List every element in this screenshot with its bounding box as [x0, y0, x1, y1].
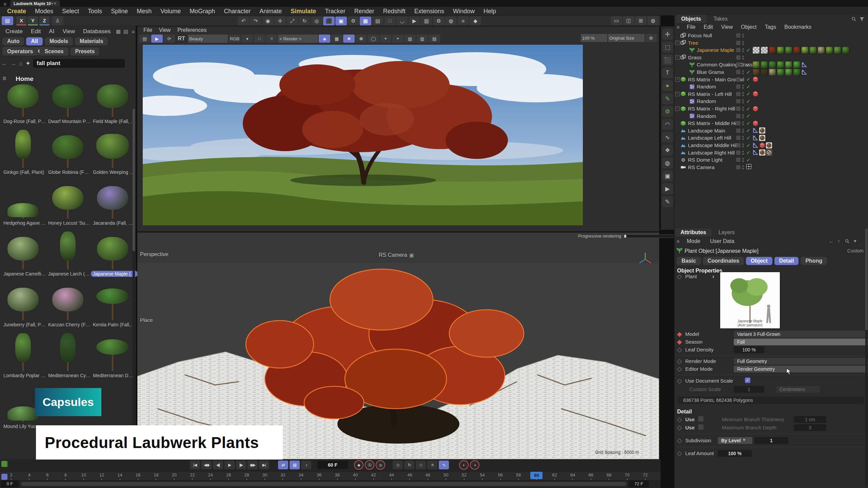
material-swatch[interactable] — [809, 46, 817, 54]
object-row[interactable]: –RS Matrix - Right Hill✓ — [674, 105, 868, 112]
rotate-icon[interactable]: ↻ — [299, 17, 310, 25]
stripes-icon[interactable]: ▨ — [404, 35, 416, 43]
history-up-icon[interactable]: ↑ — [836, 238, 842, 244]
object-row[interactable]: Focus Null — [674, 32, 868, 39]
enabled-check-icon[interactable]: ✓ — [746, 98, 751, 104]
material-swatch[interactable] — [769, 46, 776, 54]
layout-quad-icon[interactable]: ⊞ — [635, 16, 647, 25]
enabled-check-icon[interactable]: ✓ — [746, 106, 751, 112]
anim-dot[interactable] — [677, 348, 682, 352]
grid-icon[interactable]: ▤ — [372, 17, 383, 25]
render-view-icon[interactable]: ▶ — [662, 183, 673, 194]
expand-arrow-icon[interactable]: › — [712, 273, 714, 280]
plant-item[interactable]: Dog-Rose (Fall, Plant) — [1, 83, 45, 126]
plant-item[interactable]: Dwarf Mountain Pine (... — [46, 83, 90, 126]
compare-circle-icon[interactable]: ◯ — [368, 35, 379, 43]
rgb-channel-icon[interactable]: RGB — [229, 35, 241, 43]
anim-dot[interactable] — [677, 379, 682, 384]
axis-lock-x[interactable]: X — [16, 16, 26, 25]
keyframe-selection-button[interactable]: ◎ — [376, 460, 385, 470]
visibility-dots[interactable] — [742, 128, 744, 133]
enabled-check-icon[interactable]: ✓ — [746, 157, 751, 163]
tag-mat-icon[interactable] — [759, 127, 765, 134]
solo-right-button[interactable]: ◑ — [470, 460, 479, 470]
plant-item[interactable]: Kentia Palm (Fall, Plant) — [91, 286, 134, 329]
magnet-icon[interactable]: ◡ — [396, 17, 408, 25]
menu-animate[interactable]: Animate — [255, 7, 286, 16]
enabled-check-icon[interactable]: ✓ — [746, 113, 751, 119]
enabled-check-icon[interactable]: ✓ — [746, 142, 751, 148]
layer-chip[interactable] — [736, 77, 741, 82]
tag-phong-icon[interactable] — [752, 149, 758, 156]
play-button[interactable]: ▶ — [224, 461, 235, 469]
expand-toggle-icon[interactable]: – — [675, 77, 679, 82]
material-swatch[interactable] — [785, 46, 792, 54]
layer-chip[interactable] — [736, 106, 741, 111]
om-menu-view[interactable]: View — [717, 23, 737, 31]
viewport-camera-label[interactable]: RS Camera — [379, 252, 407, 258]
layer-chip[interactable] — [736, 128, 741, 133]
custom-scale-unit-dropdown[interactable]: Centimeters — [776, 386, 820, 393]
layer-chip[interactable] — [736, 165, 741, 169]
axis-gizmo[interactable] — [637, 251, 653, 267]
autokey-button[interactable]: Ⓐ — [365, 460, 374, 470]
axis-lock-y[interactable]: Y — [28, 16, 38, 25]
parameter-channel-toggle[interactable]: ≡ — [427, 461, 437, 469]
tangent-icon[interactable]: ◠ — [662, 119, 673, 130]
simulate-settings-icon[interactable]: ⚙ — [348, 17, 359, 25]
modeling-cube-icon[interactable]: ⬛ — [662, 55, 673, 65]
menu-create[interactable]: Create — [3, 7, 31, 16]
search-input[interactable]: fall plant — [33, 59, 125, 68]
anim-dot[interactable] — [677, 367, 682, 372]
lock-icon[interactable]: ▾ — [852, 238, 858, 244]
object-row[interactable]: –Grass — [674, 54, 868, 61]
layer-chip[interactable] — [736, 33, 741, 38]
simulate-icon[interactable]: ▣ — [335, 17, 347, 25]
spline-pen-icon[interactable]: ✎ — [662, 93, 673, 104]
menu-mesh[interactable]: Mesh — [132, 7, 156, 16]
record-keyframe-button[interactable]: ◆ — [354, 460, 363, 470]
panel-menu-icon[interactable]: ≡ — [130, 28, 136, 35]
layer-chip[interactable] — [736, 41, 741, 45]
scale-icon[interactable]: ⤢ — [287, 17, 298, 25]
visibility-dots[interactable] — [742, 157, 744, 162]
size-dropdown[interactable]: Original Size — [608, 34, 645, 42]
render-mode-dropdown[interactable]: Full Geometry — [734, 358, 868, 365]
visibility-dots[interactable] — [742, 55, 744, 60]
sound-toggle[interactable]: ♪ — [301, 461, 311, 469]
last-tool-icon[interactable]: ◎ — [311, 17, 322, 25]
subdivision-input[interactable]: 1 — [754, 437, 788, 444]
goto-end-button[interactable]: ▶| — [259, 461, 269, 469]
tag-phong-icon[interactable] — [752, 142, 758, 148]
material-swatch[interactable] — [817, 46, 825, 54]
layer-chip[interactable] — [736, 143, 741, 147]
object-row[interactable]: Random✓ — [674, 83, 868, 90]
tag-mat-icon[interactable] — [766, 142, 772, 148]
enabled-check-icon[interactable]: ✓ — [746, 62, 751, 68]
menu-volume[interactable]: Volume — [156, 7, 185, 16]
plant-thumbnail[interactable]: Japanese Maple (Acer palmatum) — [720, 272, 780, 329]
solo-left-button[interactable]: ◐ — [459, 460, 469, 470]
object-row[interactable]: –RS Matrix - Left Hill✓ — [674, 90, 868, 98]
pass-dropdown[interactable]: Beauty — [188, 35, 228, 43]
attr-tab-basic[interactable]: Basic — [677, 257, 701, 265]
snapshot-icon[interactable]: ❄ — [343, 35, 355, 43]
renderview-menu-view[interactable]: View — [156, 26, 174, 34]
generator-gear-icon[interactable]: ⚙ — [662, 106, 673, 117]
anim-dot[interactable] — [677, 418, 682, 422]
enabled-check-icon[interactable]: ✓ — [746, 135, 751, 141]
om-menu-edit[interactable]: Edit — [699, 23, 717, 31]
bottom-left-purple-icon[interactable] — [1, 474, 7, 480]
quantize-icon[interactable]: ∷ — [384, 17, 396, 25]
viewport-label[interactable]: Perspective — [140, 251, 169, 258]
undo-icon[interactable]: ↶ — [238, 17, 249, 25]
plant-item[interactable]: Mediterranean Dwarf ... — [91, 337, 134, 380]
refresh-icon[interactable]: ⟳ — [163, 35, 175, 43]
material-swatch[interactable] — [752, 46, 760, 54]
object-row[interactable]: Common Quaking Grass✓ — [674, 61, 868, 68]
forward-arrow-icon[interactable]: → — [10, 60, 16, 67]
volume-sphere-icon[interactable]: ◍ — [662, 158, 673, 168]
grid-icon[interactable]: ▦ — [331, 35, 342, 43]
menu-mode[interactable]: Mode — [683, 237, 704, 245]
menu-mograph[interactable]: MoGraph — [185, 7, 219, 16]
